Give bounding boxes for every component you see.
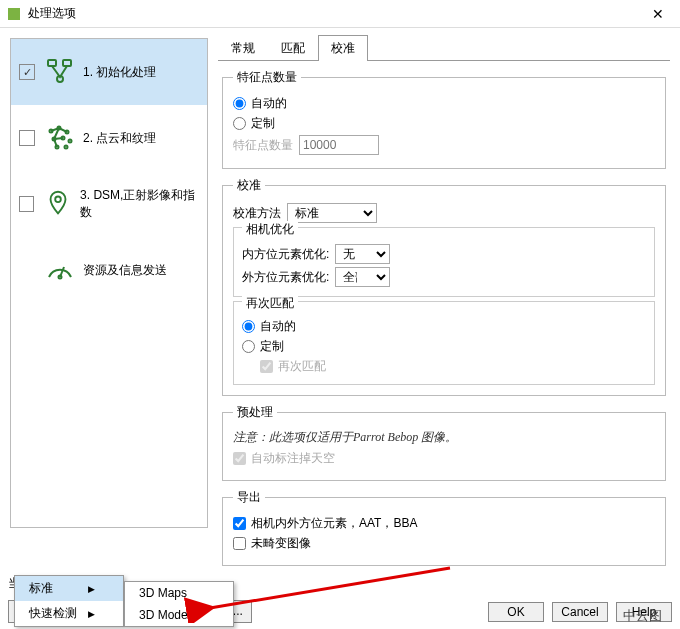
- sky-checkbox: [233, 452, 246, 465]
- internal-opt-label: 内方位元素优化:: [242, 246, 329, 263]
- external-opt-label: 外方位元素优化:: [242, 269, 329, 286]
- cancel-button[interactable]: Cancel: [552, 602, 608, 622]
- preprocess-legend: 预处理: [233, 404, 277, 421]
- step-pointcloud[interactable]: 2. 点云和纹理: [11, 105, 207, 171]
- calib-method-select[interactable]: 标准: [287, 203, 377, 223]
- tab-general[interactable]: 常规: [218, 35, 268, 61]
- feature-points-legend: 特征点数量: [233, 69, 301, 86]
- internal-opt-select[interactable]: 无: [335, 244, 390, 264]
- svg-rect-0: [48, 60, 56, 66]
- pointcloud-icon: [45, 123, 75, 153]
- load-template-menu: 标准▶ 快速检测▶: [14, 575, 124, 627]
- step-dsm[interactable]: 3. DSM,正射影像和指数: [11, 171, 207, 237]
- fp-count-input: [299, 135, 379, 155]
- fp-auto-radio[interactable]: [233, 97, 246, 110]
- calibration-legend: 校准: [233, 177, 265, 194]
- preprocess-group: 预处理 注意：此选项仅适用于Parrot Bebop 图像。 自动标注掉天空: [222, 404, 666, 481]
- sky-label: 自动标注掉天空: [251, 450, 335, 467]
- svg-point-10: [65, 146, 68, 149]
- submenu-3d-models[interactable]: 3D Models: [125, 604, 233, 626]
- rematch-checkbox: [260, 360, 273, 373]
- step-initial-processing[interactable]: 1. 初始化处理: [11, 39, 207, 105]
- app-icon: [8, 8, 20, 20]
- ok-button[interactable]: OK: [488, 602, 544, 622]
- fp-count-label: 特征点数量: [233, 137, 293, 154]
- fp-custom-label: 定制: [251, 115, 275, 132]
- tab-match[interactable]: 匹配: [268, 35, 318, 61]
- close-button[interactable]: ✕: [644, 6, 672, 22]
- preprocess-note: 注意：此选项仅适用于Parrot Bebop 图像。: [233, 429, 655, 446]
- svg-point-11: [55, 196, 61, 202]
- rematch-chk-label: 再次匹配: [278, 358, 326, 375]
- camera-pair-icon: [45, 57, 75, 87]
- calibration-group: 校准 校准方法 标准 相机优化 内方位元素优化: 无 外方位元素优化: 全: [222, 177, 666, 396]
- calib-method-label: 校准方法: [233, 205, 281, 222]
- map-pin-icon: [44, 189, 72, 219]
- step1-checkbox[interactable]: [19, 64, 35, 80]
- rematch-auto-label: 自动的: [260, 318, 296, 335]
- standard-submenu: 3D Maps 3D Models: [124, 581, 234, 627]
- svg-rect-1: [63, 60, 71, 66]
- step2-checkbox[interactable]: [19, 130, 35, 146]
- step2-label: 2. 点云和纹理: [83, 130, 156, 147]
- camera-opt-title: 相机优化: [242, 221, 298, 238]
- export-group: 导出 相机内外方位元素，AAT，BBA 未畸变图像: [222, 489, 666, 566]
- chevron-right-icon: ▶: [88, 584, 95, 594]
- export-aat-checkbox[interactable]: [233, 517, 246, 530]
- menu-rapid[interactable]: 快速检测▶: [15, 601, 123, 626]
- step-resources[interactable]: 资源及信息发送: [11, 237, 207, 303]
- svg-point-2: [57, 76, 63, 82]
- step4-label: 资源及信息发送: [83, 262, 167, 279]
- export-undistort-label: 未畸变图像: [251, 535, 311, 552]
- rematch-custom-radio[interactable]: [242, 340, 255, 353]
- rematch-custom-label: 定制: [260, 338, 284, 355]
- export-aat-label: 相机内外方位元素，AAT，BBA: [251, 515, 417, 532]
- fp-custom-radio[interactable]: [233, 117, 246, 130]
- submenu-3d-maps[interactable]: 3D Maps: [125, 582, 233, 604]
- fp-auto-label: 自动的: [251, 95, 287, 112]
- watermark: 中云图: [623, 607, 662, 625]
- menu-standard[interactable]: 标准▶: [15, 576, 123, 601]
- export-legend: 导出: [233, 489, 265, 506]
- external-opt-select[interactable]: 全部: [335, 267, 390, 287]
- window-title: 处理选项: [28, 5, 644, 22]
- feature-points-group: 特征点数量 自动的 定制 特征点数量: [222, 69, 666, 169]
- step3-label: 3. DSM,正射影像和指数: [80, 187, 199, 221]
- export-undistort-checkbox[interactable]: [233, 537, 246, 550]
- rematch-title: 再次匹配: [242, 295, 298, 312]
- tab-calibration[interactable]: 校准: [318, 35, 368, 61]
- step1-label: 1. 初始化处理: [83, 64, 156, 81]
- gauge-icon: [45, 255, 75, 285]
- step3-checkbox[interactable]: [19, 196, 34, 212]
- chevron-right-icon: ▶: [88, 609, 95, 619]
- rematch-auto-radio[interactable]: [242, 320, 255, 333]
- svg-point-8: [69, 140, 72, 143]
